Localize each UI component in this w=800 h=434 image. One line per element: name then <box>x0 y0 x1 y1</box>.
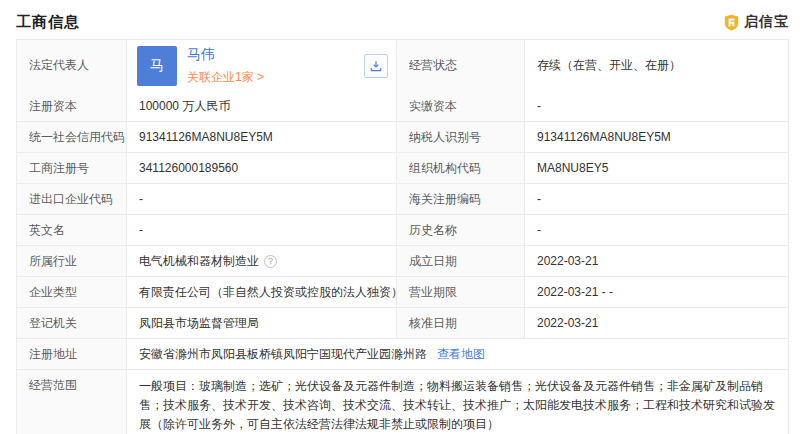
page-header: 工商信息 启信宝 <box>16 10 789 34</box>
related-companies-link[interactable]: 关联企业1家 > <box>187 69 354 86</box>
row-label: 核准日期 <box>397 308 525 338</box>
row-value: 341126000189560 <box>127 153 397 183</box>
business-info-page: 工商信息 启信宝 法定代表人 马 马伟 关联企业1家 > <box>0 0 800 434</box>
legal-rep-label: 法定代表人 <box>17 40 127 91</box>
row-value: - <box>525 184 788 214</box>
row-value: 2022-03-21 <box>525 246 788 276</box>
row-label: 工商注册号 <box>17 153 127 183</box>
row-label: 登记机关 <box>17 308 127 338</box>
row-value: 2022-03-21 <box>525 308 788 338</box>
row-value: 91341126MA8NU8EY5M <box>525 122 788 152</box>
row-label: 统一社会信用代码 <box>17 122 127 152</box>
business-info-table: 法定代表人 马 马伟 关联企业1家 > 经营状 <box>16 39 789 434</box>
row-value: - <box>525 91 788 121</box>
row-label: 所属行业 <box>17 246 127 276</box>
address-value: 安徽省滁州市凤阳县板桥镇凤阳宁国现代产业园滁州路 <box>139 346 427 363</box>
row-value: MA8NU8EY5 <box>525 153 788 183</box>
row-value: 凤阳县市场监督管理局 <box>127 308 397 338</box>
row-label: 企业类型 <box>17 277 127 307</box>
page-title: 工商信息 <box>16 13 80 32</box>
row-value: 91341126MA8NU8EY5M <box>127 122 397 152</box>
row-value: 电气机械和器材制造业 <box>139 253 259 270</box>
status-value: 存续（在营、开业、在册） <box>525 40 788 91</box>
table-row-scope: 经营范围 一般项目：玻璃制造；选矿；光伏设备及元器件制造；物料搬运装备销售；光伏… <box>17 370 788 434</box>
address-label: 注册地址 <box>17 339 127 369</box>
row-value: 100000 万人民币 <box>127 91 397 121</box>
download-icon <box>370 60 382 72</box>
table-row-address: 注册地址 安徽省滁州市凤阳县板桥镇凤阳宁国现代产业园滁州路 查看地图 <box>17 339 788 370</box>
help-icon[interactable]: ? <box>264 255 277 268</box>
table-row: 英文名 - 历史名称 - <box>17 215 788 246</box>
scope-cell: 一般项目：玻璃制造；选矿；光伏设备及元器件制造；物料搬运装备销售；光伏设备及元器… <box>127 370 788 434</box>
row-value: - <box>525 215 788 245</box>
scope-label: 经营范围 <box>17 370 127 434</box>
view-map-link[interactable]: 查看地图 <box>437 346 485 363</box>
row-label: 海关注册编码 <box>397 184 525 214</box>
table-row-industry: 所属行业 电气机械和器材制造业 ? 成立日期 2022-03-21 <box>17 246 788 277</box>
table-row: 企业类型 有限责任公司（非自然人投资或控股的法人独资） 营业期限 2022-03… <box>17 277 788 308</box>
table-row: 注册资本 100000 万人民币 实缴资本 - <box>17 91 788 122</box>
row-value: - <box>127 215 397 245</box>
row-label: 进出口企业代码 <box>17 184 127 214</box>
status-label: 经营状态 <box>397 40 525 91</box>
scope-value: 一般项目：玻璃制造；选矿；光伏设备及元器件制造；物料搬运装备销售；光伏设备及元器… <box>139 377 776 434</box>
row-label: 营业期限 <box>397 277 525 307</box>
row-value: 有限责任公司（非自然人投资或控股的法人独资） <box>127 277 397 307</box>
table-row: 进出口企业代码 - 海关注册编码 - <box>17 184 788 215</box>
address-cell: 安徽省滁州市凤阳县板桥镇凤阳宁国现代产业园滁州路 查看地图 <box>127 339 788 369</box>
brand-logo: 启信宝 <box>723 13 789 31</box>
table-row: 登记机关 凤阳县市场监督管理局 核准日期 2022-03-21 <box>17 308 788 339</box>
row-label: 组织机构代码 <box>397 153 525 183</box>
row-label: 纳税人识别号 <box>397 122 525 152</box>
legal-rep-name-link[interactable]: 马伟 <box>187 46 354 64</box>
row-value: 2022-03-21 - - <box>525 277 788 307</box>
row-label: 成立日期 <box>397 246 525 276</box>
row-label: 实缴资本 <box>397 91 525 121</box>
row-label: 英文名 <box>17 215 127 245</box>
table-row: 工商注册号 341126000189560 组织机构代码 MA8NU8EY5 <box>17 153 788 184</box>
industry-cell: 电气机械和器材制造业 ? <box>127 246 397 276</box>
qixinbao-shield-icon <box>723 14 740 31</box>
brand-name: 启信宝 <box>744 13 789 31</box>
download-button[interactable] <box>364 54 388 78</box>
row-label: 历史名称 <box>397 215 525 245</box>
avatar: 马 <box>137 46 177 86</box>
legal-rep-cell: 马 马伟 关联企业1家 > <box>127 40 397 91</box>
row-label: 注册资本 <box>17 91 127 121</box>
table-row: 统一社会信用代码 91341126MA8NU8EY5M 纳税人识别号 91341… <box>17 122 788 153</box>
row-value: - <box>127 184 397 214</box>
table-row-legal-rep: 法定代表人 马 马伟 关联企业1家 > 经营状 <box>17 40 788 91</box>
